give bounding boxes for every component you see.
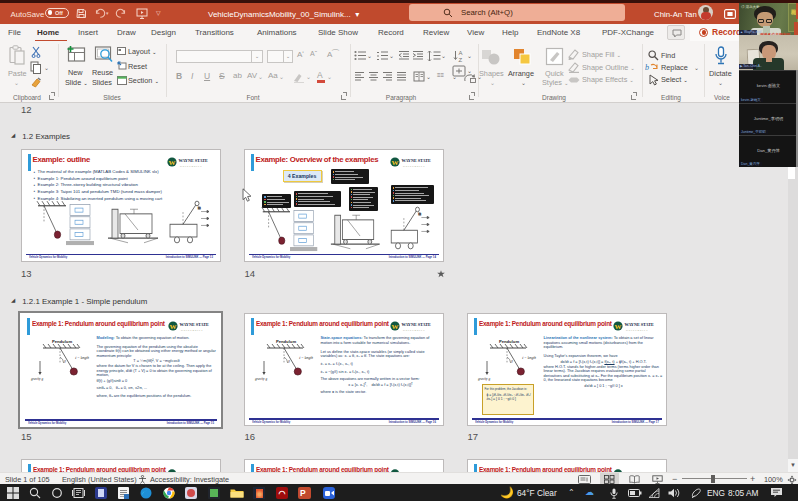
svg-text:m: m [198, 206, 201, 210]
svg-text:Pendulum: Pendulum [498, 339, 519, 344]
svg-text:m: m [418, 212, 421, 216]
svg-text:Pendulum: Pendulum [275, 339, 296, 344]
svg-text:gravity g: gravity g [255, 377, 267, 381]
svg-text:W: W [391, 323, 398, 331]
svg-text:b: b [645, 63, 649, 72]
svg-text:UNIVERSITY: UNIVERSITY [403, 329, 426, 332]
svg-text:ℓ = length: ℓ = length [522, 356, 536, 360]
svg-text:θ: θ [288, 360, 290, 364]
svg-text:W: W [169, 322, 176, 330]
svg-text:W: W [391, 158, 398, 166]
svg-text:WAYNE STATE: WAYNE STATE [401, 322, 431, 327]
svg-text:ℓ = length: ℓ = length [75, 356, 89, 360]
svg-text:θ: θ [511, 360, 513, 364]
svg-text:Pendulum: Pendulum [51, 339, 72, 344]
svg-text:UNIVERSITY: UNIVERSITY [181, 328, 204, 331]
svg-text:gravity g: gravity g [478, 377, 490, 381]
svg-text:WAYNE STATE: WAYNE STATE [178, 158, 208, 163]
svg-text:W: W [614, 323, 621, 331]
svg-text:UNIVERSITY: UNIVERSITY [180, 164, 203, 167]
svg-text:WAYNE STATE: WAYNE STATE [624, 322, 654, 327]
svg-text:Z: Z [459, 56, 463, 62]
svg-text:UNIVERSITY: UNIVERSITY [403, 164, 426, 167]
svg-text:WAYNE STATE: WAYNE STATE [401, 158, 431, 163]
svg-text:θ: θ [64, 359, 66, 363]
svg-text:UNIVERSITY: UNIVERSITY [626, 329, 649, 332]
svg-text:W: W [168, 158, 175, 166]
svg-text:gravity g: gravity g [31, 377, 43, 381]
svg-text:A: A [459, 50, 463, 56]
svg-text:ℓ = length: ℓ = length [299, 356, 313, 360]
svg-text:WAYNE STATE: WAYNE STATE [179, 322, 209, 327]
